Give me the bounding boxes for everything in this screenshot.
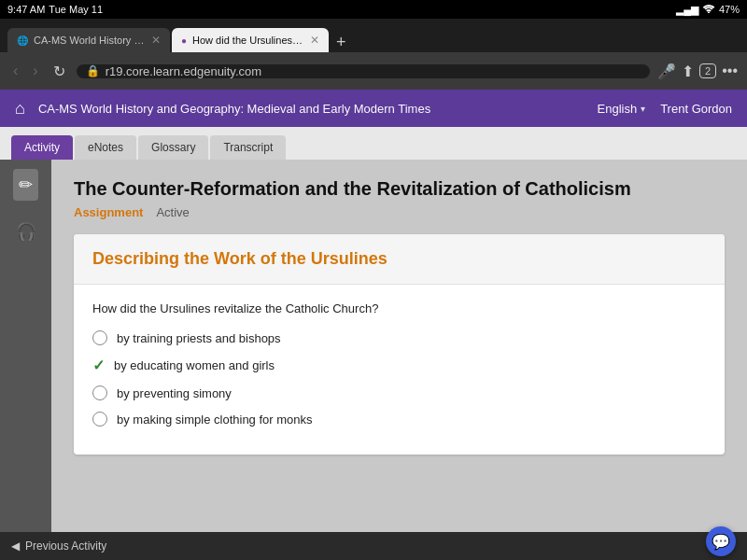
radio-4[interactable] (92, 412, 107, 427)
signal-icon: ▂▄▆ (676, 4, 698, 16)
share-button[interactable]: ⬆ (682, 63, 694, 80)
card-heading: Describing the Work of the Ursulines (92, 249, 388, 268)
chevron-down-icon: ▾ (641, 104, 645, 114)
content-area: The Counter-Reformation and the Revitali… (51, 160, 747, 532)
status-bar: 9:47 AM Tue May 11 ▂▄▆ 47% (0, 0, 747, 19)
url-field[interactable]: 🔒 r19.core.learn.edgenuity.com (77, 64, 650, 78)
nav-tabs: Activity eNotes Glossary Transcript (0, 127, 747, 160)
tab-bar: 🌐 CA-MS World History an... ✕ ● How did … (0, 19, 747, 52)
browser-actions: 🎤 ⬆ 2 ••• (657, 63, 738, 80)
chat-bubble-button[interactable]: 💬 (706, 526, 736, 556)
option-3-text: by preventing simony (117, 386, 232, 400)
tab-transcript-label: Transcript (223, 141, 273, 154)
checkmark-icon: ✓ (92, 357, 105, 374)
mic-icon[interactable]: 🎤 (657, 63, 676, 80)
question-card: Describing the Work of the Ursulines How… (74, 234, 725, 455)
answer-option-3[interactable]: by preventing simony (92, 385, 706, 400)
option-1-text: by training priests and bishops (117, 331, 281, 345)
tab-enotes-label: eNotes (88, 141, 123, 154)
header-right: English ▾ Trent Gordon (598, 102, 732, 116)
tab-enotes[interactable]: eNotes (75, 135, 136, 160)
home-icon[interactable]: ⌂ (15, 99, 25, 119)
option-4-text: by making simple clothing for monks (117, 413, 313, 427)
language-selector[interactable]: English ▾ (598, 102, 646, 116)
nav-forward-button[interactable]: › (29, 59, 41, 83)
tab-1[interactable]: 🌐 CA-MS World History an... ✕ (7, 28, 170, 52)
tab1-close[interactable]: ✕ (151, 34, 161, 47)
pencil-icon[interactable]: ✏ (13, 169, 38, 201)
answer-option-1[interactable]: by training priests and bishops (92, 330, 706, 345)
url-text: r19.core.learn.edgenuity.com (106, 64, 261, 78)
tab2-icon: ● (181, 35, 187, 46)
more-button[interactable]: ••• (722, 63, 738, 79)
tab-transcript[interactable]: Transcript (210, 135, 286, 160)
app-header: ⌂ CA-MS World History and Geography: Med… (0, 90, 747, 127)
bottom-bar: ◀ Previous Activity 💬 (0, 532, 747, 560)
tab2-close[interactable]: ✕ (310, 34, 319, 47)
nav-back-button[interactable]: ‹ (9, 59, 21, 83)
lesson-title: The Counter-Reformation and the Revitali… (74, 178, 725, 200)
lock-icon: 🔒 (86, 64, 100, 77)
card-body: How did the Ursulines revitalize the Cat… (74, 285, 725, 455)
radio-1[interactable] (92, 330, 107, 345)
language-label: English (598, 102, 638, 116)
wifi-icon (702, 4, 715, 15)
nav-reload-button[interactable]: ↻ (49, 59, 69, 84)
radio-3[interactable] (92, 385, 107, 400)
tab-glossary[interactable]: Glossary (138, 135, 208, 160)
app-title: CA-MS World History and Geography: Medie… (38, 102, 598, 116)
option-2-text: by educating women and girls (114, 358, 275, 372)
tab-activity-label: Activity (24, 141, 60, 154)
tab2-label: How did the Ursulines re... (192, 35, 304, 46)
prev-arrow-icon: ◀ (11, 539, 20, 553)
tab-count[interactable]: 2 (699, 63, 716, 78)
tab1-label: CA-MS World History an... (34, 35, 146, 46)
url-bar: ‹ › ↻ 🔒 r19.core.learn.edgenuity.com 🎤 ⬆… (0, 52, 747, 90)
lesson-meta: Assignment Active (74, 205, 725, 219)
tab-glossary-label: Glossary (151, 141, 195, 154)
headphone-icon[interactable]: 🎧 (10, 216, 42, 247)
date-display: Tue May 11 (49, 4, 103, 15)
chat-icon: 💬 (712, 533, 730, 551)
question-text: How did the Ursulines revitalize the Cat… (92, 301, 706, 315)
main-area: ✏ 🎧 The Counter-Reformation and the Revi… (0, 160, 747, 532)
status-label: Active (156, 205, 189, 219)
tab-2[interactable]: ● How did the Ursulines re... ✕ (172, 28, 329, 52)
assignment-label: Assignment (74, 205, 143, 219)
new-tab-button[interactable]: + (331, 33, 352, 52)
time-display: 9:47 AM (7, 4, 45, 15)
tab-activity[interactable]: Activity (11, 135, 73, 160)
user-name: Trent Gordon (660, 102, 732, 116)
answer-option-4[interactable]: by making simple clothing for monks (92, 412, 706, 427)
tab1-icon: 🌐 (17, 35, 28, 46)
battery-display: 47% (719, 4, 740, 15)
answer-option-2[interactable]: ✓ by educating women and girls (92, 357, 706, 374)
sidebar: ✏ 🎧 (0, 160, 51, 532)
previous-activity-button[interactable]: ◀ Previous Activity (11, 539, 106, 553)
previous-activity-label: Previous Activity (25, 539, 106, 553)
card-header: Describing the Work of the Ursulines (74, 234, 725, 285)
